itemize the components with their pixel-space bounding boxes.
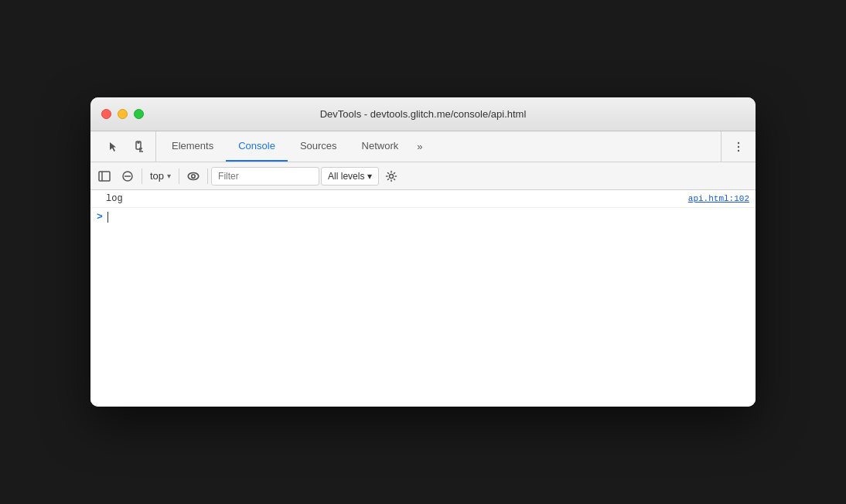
settings-gear-icon[interactable] <box>380 165 402 187</box>
context-chevron-icon: ▾ <box>167 172 171 180</box>
more-options-icon[interactable] <box>728 136 749 158</box>
ellipsis-svg <box>732 141 745 153</box>
maximize-button[interactable] <box>134 109 144 119</box>
close-button[interactable] <box>101 109 111 119</box>
window-title: DevTools - devtools.glitch.me/console/ap… <box>320 108 527 120</box>
levels-chevron-icon: ▾ <box>367 171 372 182</box>
titlebar: DevTools - devtools.glitch.me/console/ap… <box>90 97 756 131</box>
svg-point-6 <box>738 145 739 147</box>
log-levels-button[interactable]: All levels ▾ <box>321 167 379 186</box>
log-entry-row: log api.html:102 <box>90 190 756 208</box>
svg-rect-1 <box>138 142 139 143</box>
toolbar-separator-1 <box>142 169 142 184</box>
cursor-svg <box>107 141 120 153</box>
tab-sources[interactable]: Sources <box>288 131 350 162</box>
svg-point-12 <box>188 172 199 179</box>
no-entry-icon[interactable] <box>117 165 138 187</box>
context-value: top <box>150 170 164 182</box>
clear-svg <box>121 170 134 182</box>
tab-network[interactable]: Network <box>350 131 411 162</box>
device-toggle-icon[interactable] <box>128 136 149 158</box>
console-input-cursor <box>107 212 108 223</box>
console-content: log api.html:102 > <box>90 190 756 407</box>
svg-point-5 <box>738 141 739 143</box>
svg-point-13 <box>192 174 196 178</box>
sidebar-toggle-icon[interactable] <box>94 165 115 187</box>
devtools-window: DevTools - devtools.glitch.me/console/ap… <box>90 97 756 407</box>
tabs-container: Elements Console Sources Network » <box>156 131 721 162</box>
svg-point-14 <box>390 174 394 178</box>
sidebar-svg <box>98 170 111 182</box>
toolbar-separator-3 <box>207 169 208 184</box>
console-input-row[interactable]: > <box>90 208 756 226</box>
tab-more-button[interactable]: » <box>411 131 428 162</box>
toolbar-separator-2 <box>179 169 179 184</box>
log-source-link[interactable]: api.html:102 <box>688 194 749 203</box>
filter-input[interactable] <box>211 167 319 186</box>
eye-icon[interactable] <box>183 165 204 187</box>
device-svg <box>132 141 145 153</box>
tabbar-end <box>721 131 749 162</box>
eye-svg <box>186 169 200 183</box>
svg-point-7 <box>738 149 739 151</box>
cursor-bar <box>107 212 108 223</box>
toolbar-left-icons <box>97 131 156 162</box>
log-message: log <box>106 193 123 204</box>
levels-label: All levels <box>328 171 364 182</box>
prompt-arrow-icon: > <box>97 211 103 223</box>
tab-console[interactable]: Console <box>226 131 288 162</box>
svg-rect-8 <box>99 172 110 181</box>
tab-bar: Elements Console Sources Network » <box>90 131 756 162</box>
console-toolbar: top ▾ All levels ▾ <box>90 162 756 190</box>
gear-svg <box>385 170 397 182</box>
tab-elements[interactable]: Elements <box>159 131 226 162</box>
minimize-button[interactable] <box>118 109 128 119</box>
cursor-icon[interactable] <box>103 136 125 158</box>
context-selector[interactable]: top ▾ <box>145 165 176 187</box>
window-controls <box>101 109 144 119</box>
